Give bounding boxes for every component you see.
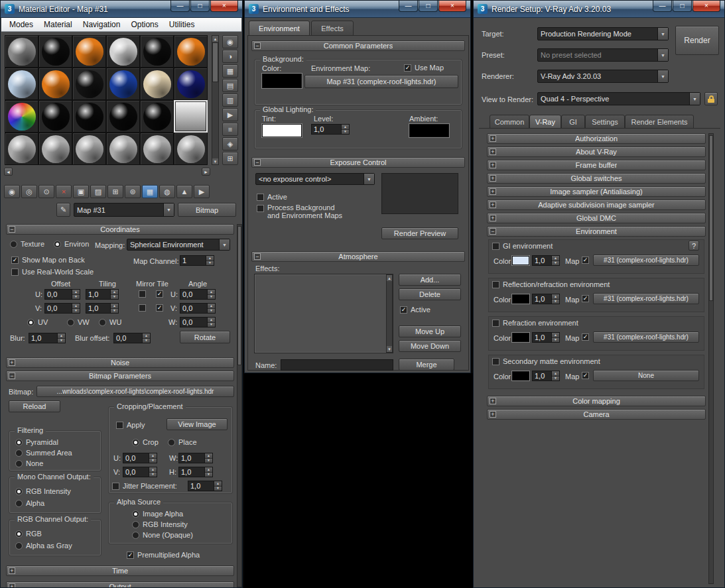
view-to-render-dropdown[interactable]: Quad 4 - Perspective <box>537 92 700 105</box>
select-by-material-button[interactable]: ◈ <box>222 137 238 150</box>
maximize-button[interactable]: □ <box>419 1 438 12</box>
menu-navigation[interactable]: Navigation <box>78 19 126 30</box>
material-sample-slot[interactable] <box>140 133 174 165</box>
refraction-color-swatch[interactable] <box>512 333 529 342</box>
collapse-icon[interactable] <box>490 228 496 235</box>
jitter-checkbox[interactable] <box>112 483 119 490</box>
view-image-button[interactable]: View Image <box>166 418 228 430</box>
sample-grid-scrollbar[interactable]: ▲ ▼ <box>212 35 219 165</box>
close-button[interactable]: × <box>438 1 466 12</box>
use-real-world-scale-checkbox[interactable] <box>11 268 19 276</box>
exposure-control-dropdown[interactable]: <no exposure control> <box>255 173 375 185</box>
material-name-dropdown[interactable]: Map #31 <box>74 203 174 217</box>
chevron-down-icon[interactable] <box>657 49 668 61</box>
merge-button[interactable]: Merge <box>399 359 454 371</box>
expand-icon[interactable] <box>490 411 496 418</box>
reflection-color-swatch[interactable] <box>512 294 529 304</box>
scroll-up-icon[interactable]: ▲ <box>387 275 392 281</box>
renderer-dropdown[interactable]: V-Ray Adv 3.20.03 <box>537 70 669 83</box>
tab-environment[interactable]: Environment <box>249 21 310 36</box>
rollout-time[interactable]: Time <box>6 565 234 576</box>
expand-icon[interactable] <box>490 162 496 168</box>
move-up-button[interactable]: Move Up <box>399 325 461 337</box>
options-button[interactable]: ≡ <box>222 123 238 136</box>
vw-radio[interactable] <box>67 319 74 326</box>
crop-h-spinner[interactable]: 1,0 <box>178 467 213 477</box>
rollout-authorization[interactable]: Authorization <box>487 133 706 144</box>
material-sample-slot[interactable] <box>38 68 72 100</box>
tile-u-checkbox[interactable] <box>156 290 163 298</box>
tab-vray[interactable]: V-Ray <box>529 115 561 129</box>
put-to-library-button[interactable]: ⊞ <box>107 185 123 198</box>
collapse-icon[interactable] <box>9 226 15 233</box>
spinner-down-icon[interactable] <box>149 458 157 463</box>
name-input[interactable] <box>281 359 393 371</box>
scrollbar-thumb[interactable] <box>709 135 713 301</box>
spinner-down-icon[interactable] <box>58 338 65 343</box>
use-map-checkbox[interactable] <box>404 64 411 72</box>
mirror-v-checkbox[interactable] <box>139 304 146 312</box>
crop-u-spinner[interactable]: 0,0 <box>123 453 157 463</box>
rollout-image-sampler-antialiasing-[interactable]: Image sampler (Antialiasing) <box>487 186 706 197</box>
spinner-down-icon[interactable] <box>143 338 150 343</box>
expand-icon[interactable] <box>9 583 15 588</box>
expand-icon[interactable] <box>490 135 496 142</box>
show-shaded-material-in-viewport-button[interactable]: ▦ <box>142 185 158 198</box>
menu-material[interactable]: Material <box>38 19 78 30</box>
material-sample-slot[interactable] <box>106 133 140 165</box>
secondary-map-button[interactable]: None <box>593 370 699 381</box>
material-sample-slot[interactable] <box>72 133 106 165</box>
rollout-color-mapping[interactable]: Color mapping <box>487 396 706 406</box>
atmosphere-active-checkbox[interactable] <box>400 306 407 314</box>
material-sample-slot[interactable] <box>72 35 106 68</box>
alpha-rgb-intensity-radio[interactable] <box>132 521 139 528</box>
summed-area-radio[interactable] <box>15 449 23 457</box>
expand-icon[interactable] <box>490 175 496 182</box>
show-end-result-button[interactable]: ◍ <box>159 185 175 198</box>
spinner-down-icon[interactable] <box>208 322 215 327</box>
lock-view-button[interactable] <box>704 92 718 105</box>
collapse-icon[interactable] <box>254 42 261 49</box>
secondary-color-swatch[interactable] <box>512 371 529 381</box>
chevron-down-icon[interactable] <box>163 204 174 216</box>
place-radio-item[interactable]: Place <box>168 438 197 446</box>
show-map-on-back-item[interactable]: Show Map on Back <box>11 256 85 264</box>
rollout-output[interactable]: Output <box>6 581 234 588</box>
scroll-down-icon[interactable]: ▼ <box>212 158 218 164</box>
render-setup-titlebar[interactable]: Render Setup: V-Ray Adv 3.20.03 — □ × <box>474 1 724 18</box>
rollout-adaptive-subdivision-image-sampler[interactable]: Adaptive subdivision image sampler <box>487 200 706 210</box>
tab-effects[interactable]: Effects <box>311 21 354 36</box>
expand-icon[interactable] <box>490 202 496 208</box>
environ-radio[interactable] <box>54 241 61 248</box>
alpha-as-gray-radio-item[interactable]: Alpha as Gray <box>15 542 72 550</box>
apply-checkbox[interactable] <box>116 422 123 429</box>
premultiplied-alpha-item[interactable]: Premultiplied Alpha <box>127 551 200 559</box>
exposure-active-item[interactable]: Active <box>257 193 287 201</box>
none-opaque-radio-item[interactable]: None (Opaque) <box>132 531 193 539</box>
image-alpha-radio-item[interactable]: Image Alpha <box>132 510 183 518</box>
material-sample-slot[interactable] <box>106 68 140 100</box>
crop-radio[interactable] <box>132 439 139 446</box>
pick-material-button[interactable]: ✎ <box>56 203 70 217</box>
rotate-button[interactable]: Rotate <box>180 331 230 343</box>
environment-map-button[interactable]: Map #31 (complex-roof-lights.hdr) <box>304 75 458 88</box>
scrollbar-thumb[interactable] <box>212 42 218 82</box>
render-button[interactable]: Render <box>675 26 719 55</box>
menu-options[interactable]: Options <box>125 19 163 30</box>
refraction-map-button[interactable]: #31 (complex-roof-lights.hdr) <box>593 331 699 343</box>
rollout-atmosphere[interactable]: Atmosphere <box>251 251 465 262</box>
rgb-radio-item[interactable]: RGB <box>15 530 42 538</box>
exposure-active-checkbox[interactable] <box>257 194 264 201</box>
refraction-environment-item[interactable]: Refraction environment <box>492 319 578 327</box>
image-alpha-radio[interactable] <box>132 510 139 518</box>
rollout-common-parameters[interactable]: Common Parameters <box>251 40 465 51</box>
gi-multiplier-spinner[interactable]: 1,0 <box>532 255 560 266</box>
refraction-multiplier-spinner[interactable]: 1,0 <box>532 332 560 343</box>
rollout-about-v-ray[interactable]: About V-Ray <box>487 147 706 157</box>
alpha-rgb-intensity-radio-item[interactable]: RGB Intensity <box>132 520 188 528</box>
spinner-down-icon[interactable] <box>111 308 118 314</box>
offset-v-spinner[interactable]: 0,0 <box>44 303 80 314</box>
rollout-environment[interactable]: Environment <box>487 226 706 237</box>
jitter-item[interactable]: Jitter Placement: <box>112 482 177 490</box>
help-button[interactable]: ? <box>689 241 699 251</box>
